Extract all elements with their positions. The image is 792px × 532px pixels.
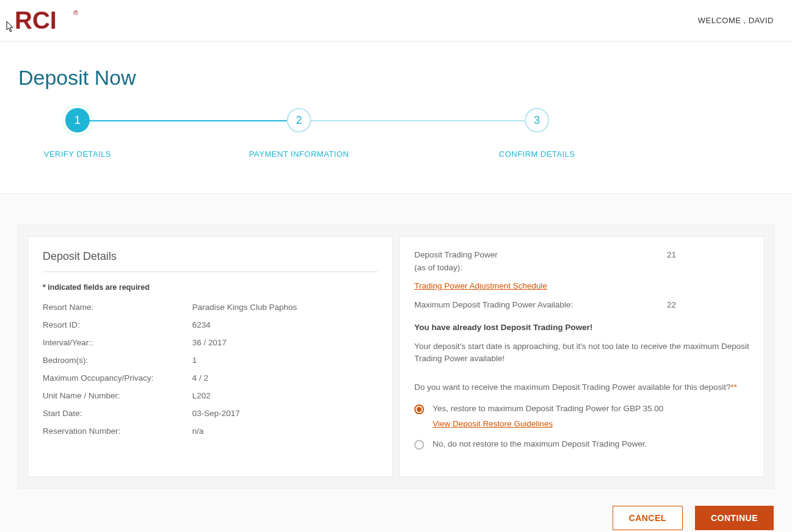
step-label: PAYMENT INFORMATION xyxy=(238,149,360,159)
radio-unselected-icon[interactable] xyxy=(414,440,424,450)
warning-paragraph: Your deposit's start date is approaching… xyxy=(414,340,749,365)
field-value: 4 / 2 xyxy=(192,373,378,383)
trading-power-panel: Deposit Trading Power 21 (as of today): … xyxy=(399,236,765,477)
deposit-details-panel: Deposit Details * indicated fields are r… xyxy=(27,236,393,477)
restore-guidelines-link[interactable]: View Deposit Restore Guidelines xyxy=(433,419,553,428)
row-interval-year: Interval/Year:: 36 / 2017 xyxy=(43,338,378,347)
option-restore-no[interactable]: No, do not restore to the maximum Deposi… xyxy=(414,439,749,450)
action-bar: CANCEL CONTINUE xyxy=(18,506,774,530)
step-verify-details[interactable]: 1 VERIFY DETAILS xyxy=(16,108,139,159)
tp-max-label: Maximum Deposit Trading Power Available: xyxy=(414,300,573,309)
field-label: Bedroom(s): xyxy=(43,356,192,365)
field-label: Start Date: xyxy=(43,409,192,418)
option-label: No, do not restore to the maximum Deposi… xyxy=(433,439,647,448)
field-value: 6234 xyxy=(192,320,378,329)
row-resort-id: Resort ID: 6234 xyxy=(43,320,378,329)
field-value: 1 xyxy=(192,356,378,365)
step-label: VERIFY DETAILS xyxy=(16,149,139,159)
radio-selected-icon[interactable] xyxy=(414,404,424,414)
row-occupancy: Maximum Occupancy/Privacy: 4 / 2 xyxy=(43,373,378,383)
option-label: Yes, restore to maximum Deposit Trading … xyxy=(433,404,663,413)
panel-title: Deposit Details xyxy=(43,250,378,272)
row-resort-name: Resort Name: Paradise Kings Club Paphos xyxy=(43,303,378,312)
field-value: Paradise Kings Club Paphos xyxy=(192,303,378,312)
field-label: Unit Name / Number: xyxy=(43,391,192,400)
step-number: 3 xyxy=(534,114,540,127)
page-title: Deposit Now xyxy=(0,41,792,108)
step-number: 2 xyxy=(296,114,302,127)
row-bedrooms: Bedroom(s): 1 xyxy=(43,356,378,365)
row-reservation: Reservation Number: n/a xyxy=(43,426,378,436)
welcome-text: WELCOME , DAVID xyxy=(698,16,774,25)
tp-sublabel: (as of today): xyxy=(414,263,749,272)
field-value: n/a xyxy=(192,426,378,436)
warning-heading: You have already lost Deposit Trading Po… xyxy=(414,323,749,332)
continue-button[interactable]: CONTINUE xyxy=(695,506,774,530)
field-label: Maximum Occupancy/Privacy: xyxy=(43,373,192,383)
content-area: Deposit Details * indicated fields are r… xyxy=(0,193,792,532)
svg-text:RCI: RCI xyxy=(15,8,57,34)
cancel-button[interactable]: CANCEL xyxy=(613,506,683,530)
trading-power-schedule-link[interactable]: Trading Power Adjustment Schedule xyxy=(414,281,547,290)
row-unit: Unit Name / Number: L202 xyxy=(43,391,378,400)
required-note: * indicated fields are required xyxy=(43,283,378,292)
field-label: Resort ID: xyxy=(43,320,192,329)
tp-max-value: 22 xyxy=(667,300,676,309)
step-confirm-details[interactable]: 3 CONFIRM DETAILS xyxy=(476,108,598,159)
field-value: 03-Sep-2017 xyxy=(192,409,378,418)
restore-question: Do you want to receive the maximum Depos… xyxy=(414,383,749,392)
field-value: 36 / 2017 xyxy=(192,338,378,347)
field-label: Resort Name: xyxy=(43,303,192,312)
app-header: RCI ® WELCOME , DAVID xyxy=(0,0,792,41)
field-value: L202 xyxy=(192,391,378,400)
step-payment-information[interactable]: 2 PAYMENT INFORMATION xyxy=(238,108,360,159)
tp-label: Deposit Trading Power xyxy=(414,250,498,259)
row-start-date: Start Date: 03-Sep-2017 xyxy=(43,409,378,418)
step-label: CONFIRM DETAILS xyxy=(476,149,598,159)
step-number: 1 xyxy=(74,114,81,127)
progress-stepper: 1 VERIFY DETAILS 2 PAYMENT INFORMATION 3… xyxy=(18,108,774,169)
tp-value: 21 xyxy=(667,250,676,259)
rci-logo[interactable]: RCI ® xyxy=(15,8,78,34)
option-restore-yes[interactable]: Yes, restore to maximum Deposit Trading … xyxy=(414,404,749,428)
field-label: Reservation Number: xyxy=(43,426,192,436)
field-label: Interval/Year:: xyxy=(43,338,192,347)
